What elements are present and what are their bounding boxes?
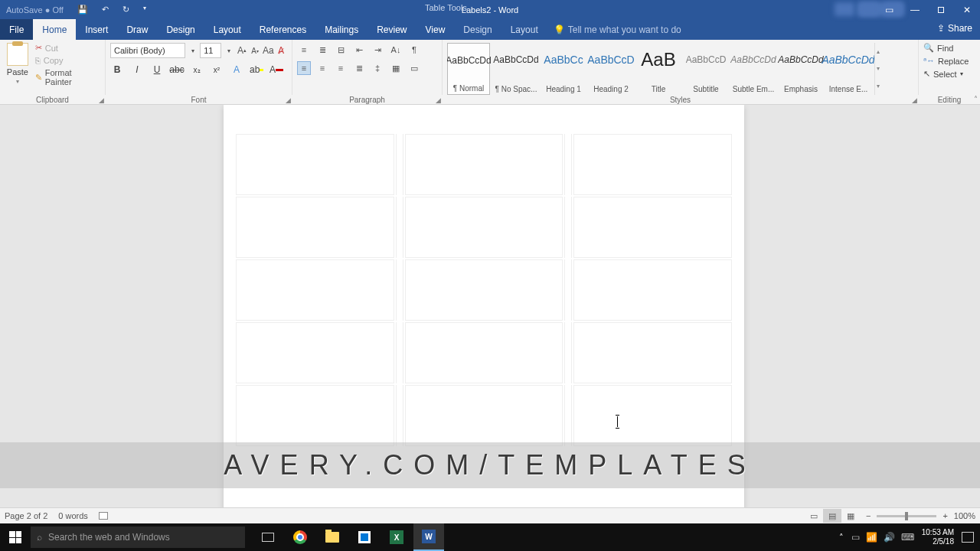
style-heading-2[interactable]: AaBbCcDHeading 2 [590, 43, 632, 95]
style-title[interactable]: AaBTitle [637, 43, 680, 95]
print-layout-button[interactable]: ▤ [823, 509, 841, 523]
bold-button[interactable]: B [110, 63, 124, 77]
clear-formatting-button[interactable]: A̷ [276, 43, 287, 58]
style-intense-e---[interactable]: AaBbCcDdIntense E... [827, 43, 870, 95]
font-dialog-launcher[interactable]: ◢ [286, 96, 291, 104]
clipboard-dialog-launcher[interactable]: ◢ [99, 96, 104, 104]
tab-insert[interactable]: Insert [76, 19, 117, 40]
action-center-button[interactable] [962, 532, 974, 543]
volume-icon[interactable]: 🔊 [884, 532, 895, 543]
maximize-button[interactable] [928, 0, 954, 19]
tab-home[interactable]: Home [33, 19, 76, 40]
style-subtitle[interactable]: AaBbCcDSubtitle [684, 43, 727, 95]
keyboard-icon[interactable]: ⌨ [901, 532, 914, 543]
font-name-dropdown[interactable]: ▾ [187, 43, 198, 58]
close-button[interactable]: ✕ [954, 0, 980, 19]
page-number-status[interactable]: Page 2 of 2 [5, 511, 47, 520]
word-taskbar-button[interactable]: W [413, 523, 444, 551]
clock[interactable]: 10:53 AM 2/5/18 [922, 528, 954, 546]
font-size-dropdown[interactable]: ▾ [223, 43, 234, 58]
chrome-taskbar-button[interactable] [285, 523, 315, 551]
line-spacing-button[interactable]: ‡ [371, 61, 384, 75]
strikethrough-button[interactable]: abc [170, 63, 184, 77]
select-button[interactable]: ↖Select ▾ [923, 69, 975, 79]
tab-table-design[interactable]: Design [454, 19, 501, 40]
cut-button[interactable]: ✂Cut [35, 43, 100, 53]
style---normal[interactable]: AaBbCcDd¶ Normal [447, 43, 490, 95]
read-mode-button[interactable]: ▭ [805, 509, 823, 523]
tab-references[interactable]: References [250, 19, 315, 40]
justify-button[interactable]: ≣ [352, 61, 366, 75]
tab-table-layout[interactable]: Layout [501, 19, 547, 40]
minimize-button[interactable]: — [902, 0, 928, 19]
sort-button[interactable]: A↓ [389, 43, 403, 57]
format-painter-button[interactable]: ✎Format Painter [35, 68, 100, 86]
tab-file[interactable]: File [0, 19, 33, 40]
change-case-button[interactable]: Aa [263, 43, 274, 58]
zoom-level[interactable]: 100% [954, 511, 975, 520]
paste-button[interactable]: Paste ▾ [5, 43, 31, 86]
style-subtle-em---[interactable]: AaBbCcDdSubtle Em... [732, 43, 775, 95]
tab-view[interactable]: View [416, 19, 455, 40]
tab-review[interactable]: Review [368, 19, 416, 40]
font-name-input[interactable] [110, 43, 185, 58]
subscript-button[interactable]: x₂ [190, 63, 204, 77]
show-marks-button[interactable]: ¶ [407, 43, 421, 57]
zoom-out-button[interactable]: − [866, 511, 871, 520]
tab-mailings[interactable]: Mailings [315, 19, 368, 40]
collapse-ribbon-button[interactable]: ˄ [974, 95, 978, 103]
share-button[interactable]: ⇪ Share [937, 23, 972, 34]
autosave-toggle[interactable]: AutoSave ● Off [6, 5, 64, 15]
paragraph-dialog-launcher[interactable]: ◢ [436, 96, 441, 104]
font-size-input[interactable] [200, 43, 221, 58]
ribbon-options-icon[interactable]: ▭ [876, 0, 902, 19]
save-icon[interactable]: 💾 [77, 5, 88, 15]
excel-taskbar-button[interactable]: X [381, 523, 412, 551]
word-count-status[interactable]: 0 words [58, 511, 88, 520]
qat-more-icon[interactable]: ▾ [143, 5, 146, 15]
start-button[interactable] [0, 523, 31, 551]
proofing-icon[interactable] [99, 512, 108, 520]
redo-icon[interactable]: ↻ [122, 5, 129, 15]
align-center-button[interactable]: ≡ [315, 61, 329, 75]
multilevel-button[interactable]: ⊟ [334, 43, 348, 57]
font-color-button[interactable]: A [270, 63, 283, 77]
bullets-button[interactable]: ≡ [297, 43, 311, 57]
find-button[interactable]: 🔍Find [923, 43, 975, 53]
align-right-button[interactable]: ≡ [334, 61, 348, 75]
tab-layout[interactable]: Layout [204, 19, 250, 40]
shrink-font-button[interactable]: A▾ [250, 43, 261, 58]
increase-indent-button[interactable]: ⇥ [371, 43, 384, 57]
zoom-in-button[interactable]: + [942, 511, 947, 520]
file-explorer-button[interactable] [317, 523, 348, 551]
grow-font-button[interactable]: A▴ [236, 43, 247, 58]
text-effects-button[interactable]: A [230, 63, 243, 77]
zoom-slider[interactable] [877, 515, 936, 517]
tab-draw[interactable]: Draw [117, 19, 157, 40]
numbering-button[interactable]: ≣ [315, 43, 329, 57]
web-layout-button[interactable]: ▦ [841, 509, 860, 523]
styles-gallery-more[interactable]: ▴▾▾ [874, 43, 885, 95]
shading-button[interactable]: ▦ [389, 61, 403, 75]
superscript-button[interactable]: x² [210, 63, 224, 77]
replace-button[interactable]: ᵃ↔Replace [923, 56, 975, 66]
align-left-button[interactable]: ≡ [297, 61, 311, 75]
underline-button[interactable]: U [150, 63, 164, 77]
italic-button[interactable]: I [130, 63, 144, 77]
borders-button[interactable]: ▭ [407, 61, 421, 75]
copy-button[interactable]: ⎘Copy [35, 56, 100, 65]
style-emphasis[interactable]: AaBbCcDdEmphasis [779, 43, 822, 95]
windows-search-input[interactable]: ⌕ Search the web and Windows [31, 527, 245, 548]
tray-overflow-button[interactable]: ˄ [839, 533, 844, 543]
battery-icon[interactable]: ▭ [851, 532, 860, 543]
network-icon[interactable]: 📶 [866, 532, 877, 543]
tab-design[interactable]: Design [157, 19, 204, 40]
decrease-indent-button[interactable]: ⇤ [352, 43, 366, 57]
highlight-button[interactable]: ab [250, 63, 263, 77]
task-view-button[interactable] [253, 523, 283, 551]
undo-icon[interactable]: ↶ [102, 5, 109, 15]
store-taskbar-button[interactable] [349, 523, 380, 551]
style-heading-1[interactable]: AaBbCcHeading 1 [542, 43, 585, 95]
style---no-spac---[interactable]: AaBbCcDd¶ No Spac... [495, 43, 537, 95]
tell-me-search[interactable]: 💡 Tell me what you want to do [547, 19, 681, 40]
